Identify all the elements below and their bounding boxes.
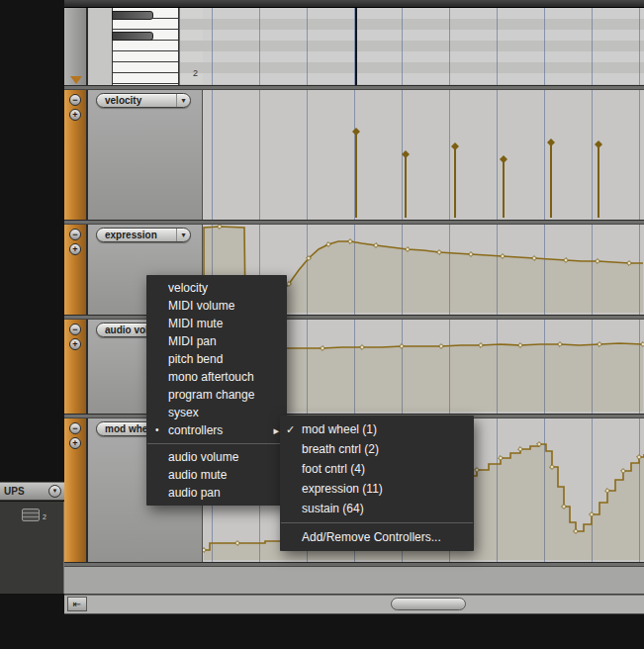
piano-key-black[interactable] [112,11,153,20]
controllers-submenu: ✓mod wheel (1)breath cntrl (2)foot cntrl… [280,416,474,551]
menu-item-label: foot cntrl (4) [302,462,365,476]
groups-panel-body: 2 [0,502,64,594]
scroll-home-icon: ⇤ [73,599,81,609]
h-scrollbar[interactable] [64,595,644,614]
submenu-arrow-icon: ▸ [273,421,279,439]
menu-item-label: MIDI pan [168,334,217,348]
menu-item-program-change[interactable]: program change [146,386,287,404]
menu-item-audio-volume[interactable]: audio volume [146,448,287,466]
menu-item-label: audio volume [168,450,238,464]
menu-item-label: sysex [168,406,199,419]
menu-item-label: mod wheel (1) [302,422,377,436]
plus-icon: + [72,245,77,254]
menu-item-label: MIDI volume [168,299,234,313]
menu-item-label: velocity [168,281,208,295]
measure-label: 2 [193,68,198,78]
lane-divider[interactable] [64,85,644,90]
minus-icon: − [72,231,77,239]
chevron-down-icon: ▼ [52,488,58,494]
lane-color-strip-expression: − + [64,225,87,315]
lane-area-footer [64,567,644,595]
submenu-item-mod-wheel-1[interactable]: ✓mod wheel (1) [280,419,474,439]
menu-item-label: mono aftertouch [168,370,254,384]
track-color-strip-top [64,8,87,85]
midi-editor-window: 2 − + velocity ▾ − + expression ▾ − + [0,0,644,649]
remove-lane-button[interactable]: − [69,324,81,335]
menu-item-audio-mute[interactable]: audio mute [146,466,287,484]
submenu-item-expression-11[interactable]: expression (11) [280,479,474,499]
lane-type-selector-velocity[interactable]: velocity ▾ [96,93,191,108]
menu-item-velocity[interactable]: velocity [146,279,287,297]
playhead[interactable] [355,8,357,85]
collapse-triangle-icon[interactable] [70,76,82,84]
groups-panel-title: UPS [0,486,25,497]
menu-item-label: audio mute [168,468,227,482]
submenu-item-sustain-64[interactable]: sustain (64) [280,499,474,518]
ruler-stripe-column: 2 [179,8,204,85]
menu-item-midi-pan[interactable]: MIDI pan [146,332,287,350]
lane-color-strip-velocity: − + [64,90,87,220]
context-menu: velocityMIDI volumeMIDI muteMIDI panpitc… [146,275,287,506]
menu-item-midi-volume[interactable]: MIDI volume [146,297,287,315]
menu-separator [147,443,286,444]
menu-item-controllers[interactable]: •controllers▸ [146,421,287,439]
group-item-icon[interactable] [22,509,40,521]
menu-item-label: breath cntrl (2) [302,442,379,456]
lane-grid-velocity[interactable] [203,90,644,220]
minus-icon: − [72,325,77,334]
lane-color-strip-mod-wheel: − + [64,418,87,562]
lane-type-selector-expression[interactable]: expression ▾ [96,228,191,242]
plus-icon: + [72,439,77,448]
menu-item-label: program change [168,388,254,402]
menu-item-pitch-bend[interactable]: pitch bend [146,350,287,368]
menu-item-label: controllers [168,423,223,437]
remove-lane-button[interactable]: − [69,94,81,106]
add-lane-button[interactable]: + [69,109,81,121]
h-scroll-thumb[interactable] [391,598,466,610]
minus-icon: − [72,96,77,105]
groups-panel-header: UPS ▼ [0,482,64,501]
submenu-item-add-remove-controllers[interactable]: Add/Remove Controllers... [280,527,474,547]
submenu-item-breath-cntrl-2[interactable]: breath cntrl (2) [280,439,474,459]
lane-header-velocity: velocity ▾ [87,90,203,220]
lane-divider[interactable] [64,220,644,225]
remove-lane-button[interactable]: − [69,422,81,434]
plus-icon: + [72,340,77,349]
add-lane-button[interactable]: + [69,437,81,449]
chevron-down-icon: ▾ [176,94,190,107]
checkmark-icon: ✓ [286,419,295,439]
menu-item-label: MIDI mute [168,317,223,330]
menu-item-label: sustain (64) [302,502,364,515]
group-item-badge: 2 [43,513,46,520]
piano-key-black[interactable] [112,32,153,41]
scroll-home-button[interactable]: ⇤ [67,597,87,611]
plus-icon: + [72,111,77,120]
menu-item-midi-mute[interactable]: MIDI mute [146,315,287,332]
menu-item-label: Add/Remove Controllers... [302,530,441,544]
menu-item-label: audio pan [168,486,221,500]
submenu-item-foot-cntrl-4[interactable]: foot cntrl (4) [280,459,474,479]
minus-icon: − [72,424,77,433]
top-toolbar [64,0,644,8]
piano-keyboard: 2 [87,8,203,85]
menu-item-audio-pan[interactable]: audio pan [146,484,287,502]
lane-divider[interactable] [64,562,644,567]
add-lane-button[interactable]: + [69,243,81,255]
bullet-icon: • [155,421,159,439]
add-lane-button[interactable]: + [69,338,81,350]
lane-color-strip-audio-volume: − + [64,320,87,414]
lane-selector-label: velocity [97,95,176,106]
remove-lane-button[interactable]: − [69,229,81,240]
menu-item-label: expression (11) [302,482,383,496]
note-grid[interactable] [203,8,644,85]
menu-item-mono-aftertouch[interactable]: mono aftertouch [146,368,287,386]
menu-item-sysex[interactable]: sysex [146,404,287,421]
chevron-down-icon: ▾ [176,229,190,241]
menu-item-label: pitch bend [168,352,223,366]
submenu-separator [281,522,473,523]
lane-selector-label: expression [97,230,176,240]
groups-collapse-button[interactable]: ▼ [48,485,61,498]
